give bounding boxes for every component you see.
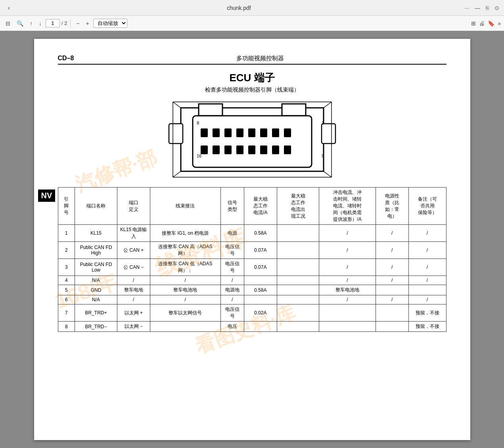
cell-pin: 6 bbox=[58, 295, 75, 304]
cell-pin: 5 bbox=[58, 285, 75, 295]
minimize-icon[interactable]: — bbox=[475, 5, 480, 11]
cell-max-steady: 0.07A bbox=[244, 242, 277, 259]
prev-page-button[interactable]: ↑ bbox=[27, 19, 35, 27]
cell-max-work bbox=[277, 295, 319, 304]
cell-power: / bbox=[376, 225, 408, 242]
cell-shock: / bbox=[319, 259, 376, 276]
connector-diagram: 8 1 16 9 bbox=[58, 100, 447, 179]
search-button[interactable]: 🔍 bbox=[14, 19, 26, 27]
cell-pin: 7 bbox=[58, 304, 75, 322]
cell-notes: / bbox=[408, 242, 446, 259]
cell-power bbox=[376, 304, 408, 322]
cell-shock: / bbox=[319, 225, 376, 242]
presentation-icon[interactable]: ⊞ bbox=[471, 20, 476, 27]
cell-def: 以太网 + bbox=[117, 304, 150, 322]
cell-pin: 4 bbox=[58, 276, 75, 285]
svg-rect-25 bbox=[284, 146, 291, 154]
cell-shock: / bbox=[319, 295, 376, 304]
cell-wire: 连接整车 CAN 高（ADAS 网）； bbox=[150, 242, 220, 259]
cell-def: KL15 电源输入 bbox=[117, 225, 150, 242]
cell-shock bbox=[319, 322, 376, 332]
svg-line-27 bbox=[324, 102, 332, 108]
svg-rect-2 bbox=[282, 104, 306, 116]
svg-text:9: 9 bbox=[322, 153, 324, 158]
back-button[interactable]: ‹ bbox=[5, 4, 13, 11]
cell-name: KL15 bbox=[75, 225, 117, 242]
svg-rect-14 bbox=[248, 128, 255, 137]
cell-def: 公 CAN − bbox=[117, 259, 150, 276]
cell-max-work bbox=[277, 304, 319, 322]
col-header-sig: 信号类型 bbox=[220, 188, 244, 225]
cell-sig: 电压信号 bbox=[220, 259, 244, 276]
svg-rect-24 bbox=[272, 146, 279, 154]
cell-pin: 3 bbox=[58, 259, 75, 276]
svg-line-28 bbox=[173, 171, 181, 177]
col-header-max-steady: 最大稳态工作电流/A bbox=[244, 188, 277, 225]
cell-wire: 连接整车 CAN 低（ADAS 网）； bbox=[150, 259, 220, 276]
col-header-power: 电源性质（比如：常电） bbox=[376, 188, 408, 225]
cell-max-steady: 0.58A bbox=[244, 225, 277, 242]
cell-def: 以太网 − bbox=[117, 322, 150, 332]
table-row: 7 BR_TRD+ 以太网 + 整车以太网信号 电压信号 0.02A 预留，不接 bbox=[58, 304, 446, 322]
cell-max-work bbox=[277, 225, 319, 242]
cell-sig: 电源地 bbox=[220, 285, 244, 295]
cell-max-work bbox=[277, 285, 319, 295]
cell-max-work bbox=[277, 276, 319, 285]
cell-def: 整车电地 bbox=[117, 285, 150, 295]
cell-notes: / bbox=[408, 225, 446, 242]
cell-wire: 整车电池地 bbox=[150, 285, 220, 295]
svg-rect-22 bbox=[248, 146, 255, 154]
cell-wire: 接整车 IG1, on 档电源 bbox=[150, 225, 220, 242]
print-icon[interactable]: 🖨 bbox=[479, 20, 485, 27]
cell-sig: 电压 bbox=[220, 322, 244, 332]
cell-notes: 预留，不接 bbox=[408, 322, 446, 332]
cell-shock: / bbox=[319, 242, 376, 259]
svg-rect-4 bbox=[169, 124, 183, 144]
svg-rect-20 bbox=[224, 146, 232, 154]
cell-shock: / bbox=[319, 276, 376, 285]
pin-table: 引脚号 端口名称 端口定义 线束接法 信号类型 最大稳态工作电流/A 最大稳态工… bbox=[58, 187, 447, 332]
ecu-title: ECU 端子 bbox=[58, 71, 447, 85]
more-tools-icon[interactable]: » bbox=[498, 20, 501, 27]
cell-max-steady: 0.07A bbox=[244, 259, 277, 276]
cell-name: Public CAN FD High bbox=[75, 242, 117, 259]
zoom-out-button[interactable]: − bbox=[74, 19, 82, 27]
close-icon[interactable]: ⊙ bbox=[494, 5, 499, 11]
svg-rect-5 bbox=[322, 124, 335, 144]
col-header-pin: 引脚号 bbox=[58, 188, 75, 225]
table-row: 3 Public CAN FD Low 公 CAN − 连接整车 CAN 低（A… bbox=[58, 259, 446, 276]
cell-pin: 8 bbox=[58, 322, 75, 332]
svg-line-29 bbox=[324, 171, 332, 177]
col-header-shock: 冲击电流、冲击时间、堵转电流、堵转时间（电机类需提供波形）/A bbox=[319, 188, 376, 225]
cell-power: / bbox=[376, 259, 408, 276]
cell-max-steady bbox=[244, 322, 277, 332]
svg-rect-3 bbox=[193, 116, 312, 167]
svg-rect-18 bbox=[201, 146, 208, 154]
sidebar-toggle-button[interactable]: ⊟ bbox=[3, 19, 13, 27]
cell-sig: 电压信号 bbox=[220, 242, 244, 259]
cell-power: / bbox=[376, 242, 408, 259]
next-page-button[interactable]: ↓ bbox=[36, 19, 44, 27]
bookmark-icon[interactable]: 🔖 bbox=[488, 20, 494, 27]
cell-max-steady bbox=[244, 295, 277, 304]
page-subtitle: 多功能视频控制器 bbox=[74, 55, 446, 62]
zoom-in-button[interactable]: + bbox=[84, 19, 92, 27]
nv-badge: NV bbox=[38, 190, 56, 202]
svg-rect-17 bbox=[284, 128, 291, 137]
svg-rect-12 bbox=[224, 128, 232, 137]
svg-rect-19 bbox=[213, 146, 220, 154]
more-options-icon[interactable]: ··· bbox=[464, 5, 469, 11]
zoom-select[interactable]: 自动缩放 50% 75% 100% 125% 150% bbox=[93, 19, 127, 28]
cell-name: BR_TRD− bbox=[75, 322, 117, 332]
svg-rect-10 bbox=[201, 128, 208, 137]
col-header-name: 端口名称 bbox=[75, 188, 117, 225]
restore-icon[interactable]: ⎘ bbox=[486, 5, 489, 11]
cell-notes bbox=[408, 285, 446, 295]
svg-rect-21 bbox=[236, 146, 243, 154]
table-row: 8 BR_TRD− 以太网 − 电压 预留，不接 bbox=[58, 322, 446, 332]
cell-sig: 电源 bbox=[220, 225, 244, 242]
cell-wire: 整车以太网信号 bbox=[150, 304, 220, 322]
page-number-input[interactable] bbox=[46, 19, 60, 27]
svg-text:8: 8 bbox=[197, 121, 199, 125]
svg-rect-23 bbox=[260, 146, 267, 154]
